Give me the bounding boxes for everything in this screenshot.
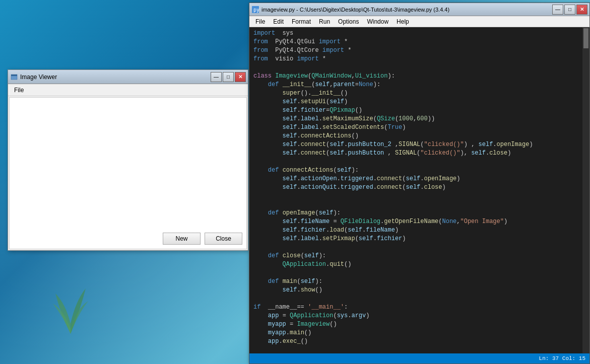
- editor-close-button[interactable]: ✕: [576, 5, 587, 15]
- image-display-area: [10, 98, 246, 229]
- editor-run-menu[interactable]: Run: [315, 17, 334, 26]
- editor-window: py imageview.py - C:\Users\Digitex\Deskt…: [249, 3, 590, 364]
- editor-scrollbar-thumb[interactable]: [583, 28, 588, 48]
- editor-format-menu[interactable]: Format: [288, 17, 315, 26]
- image-viewer-content: New Close: [9, 97, 247, 249]
- editor-title: imageview.py - C:\Users\Digitex\Desktop\…: [261, 7, 552, 13]
- maximize-button[interactable]: □: [223, 72, 234, 82]
- button-row: New Close: [163, 233, 242, 245]
- editor-options-menu[interactable]: Options: [334, 17, 363, 26]
- cursor-position: Ln: 37 Col: 15: [539, 355, 585, 361]
- editor-minimize-button[interactable]: —: [552, 5, 563, 15]
- close-window-button[interactable]: ✕: [235, 72, 246, 82]
- window-icon: [10, 73, 18, 81]
- file-menu[interactable]: File: [10, 86, 28, 95]
- editor-menubar: File Edit Format Run Options Window Help: [249, 16, 589, 27]
- editor-code-area[interactable]: import sys from PyQt4.QtGui import * fro…: [249, 27, 582, 353]
- editor-edit-menu[interactable]: Edit: [269, 17, 288, 26]
- desktop-decoration: [50, 273, 91, 334]
- editor-help-menu[interactable]: Help: [392, 17, 413, 26]
- titlebar-buttons: — □ ✕: [211, 72, 246, 82]
- editor-icon: py: [251, 6, 259, 14]
- editor-file-menu[interactable]: File: [251, 17, 269, 26]
- image-viewer-menubar: File: [8, 84, 248, 96]
- editor-statusbar: Ln: 37 Col: 15: [249, 353, 589, 363]
- editor-titlebar: py imageview.py - C:\Users\Digitex\Deskt…: [249, 3, 589, 16]
- editor-titlebar-buttons: — □ ✕: [552, 5, 587, 15]
- editor-scrollbar[interactable]: [582, 27, 589, 353]
- svg-text:py: py: [253, 7, 259, 13]
- image-viewer-titlebar: Image Viewer — □ ✕: [8, 70, 248, 84]
- minimize-button[interactable]: —: [211, 72, 222, 82]
- editor-window-menu[interactable]: Window: [363, 17, 392, 26]
- new-button[interactable]: New: [163, 233, 201, 245]
- editor-maximize-button[interactable]: □: [564, 5, 575, 15]
- close-button[interactable]: Close: [205, 233, 242, 245]
- image-viewer-title: Image Viewer: [20, 74, 211, 81]
- svg-rect-1: [11, 75, 17, 76]
- image-viewer-window: Image Viewer — □ ✕ File New Close: [8, 69, 248, 251]
